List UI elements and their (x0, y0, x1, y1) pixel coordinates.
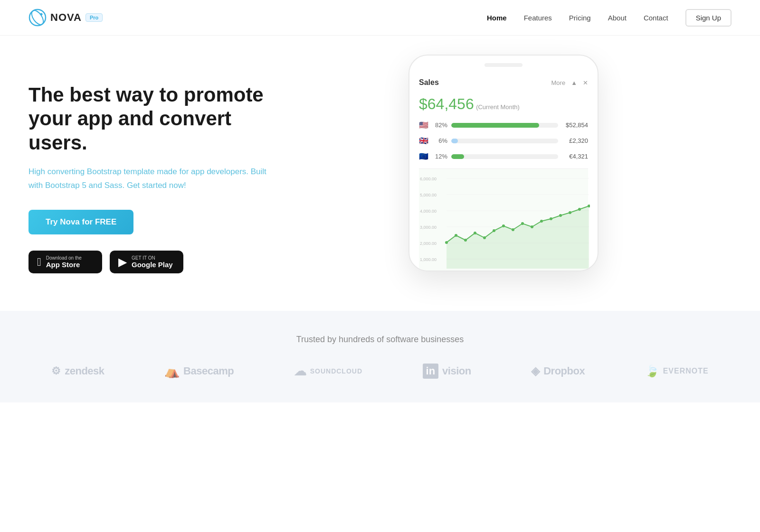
sales-title: Sales (419, 78, 439, 87)
svg-text:1,000.00: 1,000.00 (420, 257, 437, 262)
chart-dot (445, 241, 448, 244)
brand-logo[interactable]: NOVA Pro (28, 9, 103, 27)
zendesk-label: zendesk (65, 365, 104, 377)
chart-dot (474, 232, 476, 234)
brand-name: NOVA (50, 11, 82, 24)
sales-amount: $64,456 (Current Month) (419, 95, 588, 113)
evernote-icon: 🍃 (645, 364, 659, 378)
evernote-label: EVERNOTE (663, 367, 709, 375)
bar-fill-us (451, 123, 539, 128)
hero-description: High converting Bootstrap template made … (28, 165, 276, 193)
trusted-title: Trusted by hundreds of software business… (28, 335, 732, 345)
soundcloud-icon: ☁ (294, 364, 306, 379)
logo-dropbox: ◈ Dropbox (531, 364, 585, 378)
svg-text:6,000.00: 6,000.00 (420, 177, 437, 181)
bar-bg-uk (451, 139, 558, 143)
google-badge-main: Google Play (132, 261, 173, 269)
logo-zendesk: ⚙ zendesk (51, 365, 104, 377)
nav-pricing[interactable]: Pricing (569, 14, 591, 22)
collapse-icon[interactable]: ▲ (571, 79, 577, 86)
bar-fill-eu (451, 154, 464, 159)
chart-dot (531, 225, 533, 228)
apple-badge-main: App Store (46, 261, 82, 269)
logo-soundcloud: ☁ SOUNDCLOUD (294, 364, 362, 379)
breakdown-row-uk: 🇬🇧 6% £2,320 (419, 136, 588, 145)
chart-dot (578, 208, 581, 211)
flag-eu: 🇪🇺 (419, 152, 429, 161)
cta-button[interactable]: Try Nova for FREE (28, 210, 133, 234)
soundcloud-label: SOUNDCLOUD (310, 367, 362, 375)
phone-notch (484, 63, 522, 67)
sales-actions: More ▲ ✕ (551, 79, 589, 86)
flag-uk: 🇬🇧 (419, 136, 429, 145)
chart-dot (512, 228, 514, 231)
chart-area-fill (446, 206, 589, 269)
nav-features[interactable]: Features (524, 14, 552, 22)
nova-logo-icon (28, 9, 47, 27)
sales-period: (Current Month) (476, 103, 520, 111)
sales-chart: 6,000.00 5,000.00 4,000.00 3,000.00 2,00… (419, 168, 588, 271)
dropbox-icon: ◈ (531, 364, 540, 378)
chart-dot (559, 214, 562, 217)
apple-icon:  (37, 255, 41, 269)
hero-phone-mockup: Sales More ▲ ✕ $64,456 (Current Month) 🇺… (276, 64, 732, 271)
google-badge-sub: GET IT ON (132, 255, 173, 261)
chart-dot (483, 236, 486, 239)
logos-row: ⚙ zendesk ⛺ Basecamp ☁ SOUNDCLOUD in vis… (28, 364, 732, 379)
sales-dollar-amount: $64,456 (419, 95, 474, 112)
sales-breakdown: 🇺🇸 82% $52,854 🇬🇧 6% (419, 121, 588, 161)
chart-svg: 6,000.00 5,000.00 4,000.00 3,000.00 2,00… (419, 174, 590, 269)
hero-content: The best way to promote your app and con… (28, 64, 276, 273)
close-icon[interactable]: ✕ (583, 79, 588, 86)
google-play-icon: ▶ (118, 255, 127, 269)
chart-dot (521, 222, 524, 225)
hero-section: The best way to promote your app and con… (0, 36, 760, 311)
nav-contact[interactable]: Contact (644, 14, 668, 22)
chart-dot (464, 239, 467, 242)
chart-dot (493, 229, 495, 232)
invision-icon: in (423, 364, 439, 379)
google-badge-text: GET IT ON Google Play (132, 255, 173, 269)
pct-eu: 12% (433, 153, 447, 160)
more-button[interactable]: More (551, 79, 566, 86)
trusted-section: Trusted by hundreds of software business… (0, 311, 760, 402)
chart-dot (569, 211, 571, 214)
amount-eu: €4,321 (562, 153, 588, 160)
chart-dot (502, 224, 505, 227)
pct-us: 82% (433, 121, 447, 129)
nav-links: Home Features Pricing About Contact Sign… (487, 9, 732, 27)
chart-dot (550, 217, 552, 220)
hero-title: The best way to promote your app and con… (28, 83, 276, 155)
phone-device: Sales More ▲ ✕ $64,456 (Current Month) 🇺… (408, 55, 598, 271)
apple-badge-text: Download on the App Store (46, 255, 82, 269)
store-badges:  Download on the App Store ▶ GET IT ON … (28, 251, 276, 273)
amount-us: $52,854 (562, 121, 588, 129)
breakdown-row-eu: 🇪🇺 12% €4,321 (419, 152, 588, 161)
apple-store-badge[interactable]:  Download on the App Store (28, 251, 102, 273)
svg-text:2,000.00: 2,000.00 (420, 241, 437, 246)
invision-label: vision (442, 365, 471, 377)
flag-us: 🇺🇸 (419, 121, 429, 130)
amount-uk: £2,320 (562, 137, 588, 144)
basecamp-label: Basecamp (183, 365, 234, 377)
basecamp-icon: ⛺ (164, 364, 180, 379)
bar-bg-eu (451, 154, 558, 159)
sales-card-header: Sales More ▲ ✕ (419, 75, 588, 91)
logo-evernote: 🍃 EVERNOTE (645, 364, 709, 378)
pct-uk: 6% (433, 137, 447, 144)
nav-home[interactable]: Home (487, 14, 507, 22)
apple-badge-sub: Download on the (46, 255, 82, 261)
nav-signup[interactable]: Sign Up (685, 9, 732, 27)
chart-dot (455, 234, 457, 237)
bar-bg-us (451, 123, 558, 128)
google-play-badge[interactable]: ▶ GET IT ON Google Play (110, 251, 183, 273)
svg-text:3,000.00: 3,000.00 (420, 225, 437, 230)
navbar: NOVA Pro Home Features Pricing About Con… (0, 0, 760, 36)
svg-point-2 (40, 13, 43, 16)
nav-about[interactable]: About (608, 14, 627, 22)
phone-screen: Sales More ▲ ✕ $64,456 (Current Month) 🇺… (409, 67, 598, 271)
logo-invision: in vision (423, 364, 471, 379)
dropbox-label: Dropbox (543, 365, 585, 377)
logo-basecamp: ⛺ Basecamp (164, 364, 234, 379)
brand-badge: Pro (86, 13, 103, 22)
